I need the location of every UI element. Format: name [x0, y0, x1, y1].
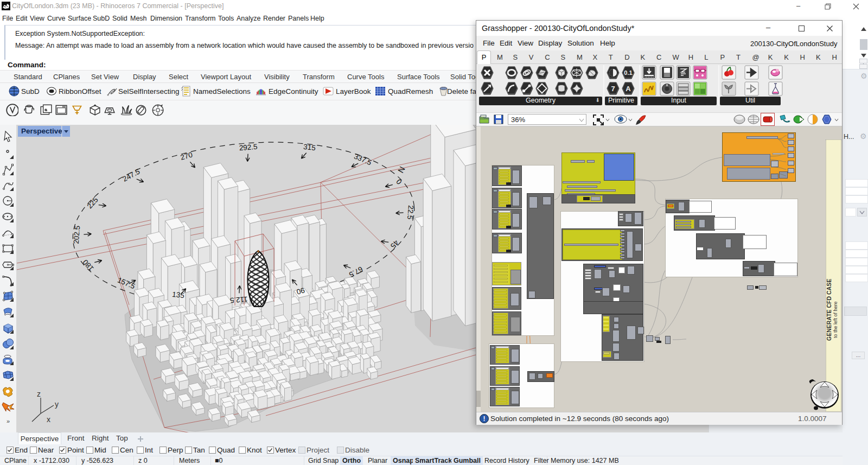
svg-text:7: 7	[611, 85, 615, 93]
svg-text:202.5: 202.5	[72, 225, 81, 244]
svg-text:GENERATE CFD CASE: GENERATE CFD CASE	[826, 279, 832, 341]
svg-text:!: !	[483, 415, 486, 423]
svg-text:112.5: 112.5	[229, 295, 248, 304]
svg-text:315: 315	[303, 143, 316, 152]
svg-text:y: y	[55, 400, 59, 409]
svg-text:A: A	[626, 85, 631, 93]
svg-text:to the left of here: to the left of here	[833, 301, 838, 338]
svg-text:0.1: 0.1	[624, 69, 632, 76]
svg-text:292.5: 292.5	[239, 143, 258, 152]
svg-text:x: x	[47, 415, 50, 424]
svg-text:z: z	[37, 390, 41, 398]
svg-text:22.5: 22.5	[406, 205, 415, 220]
